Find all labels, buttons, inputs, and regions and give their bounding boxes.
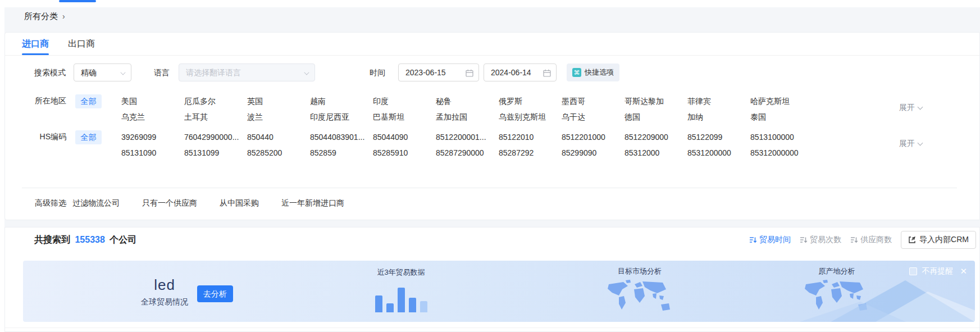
region-option[interactable]: 墨西哥 (562, 93, 625, 109)
origin-analysis-card: 原产地分析 (795, 266, 879, 318)
search-mode-select[interactable]: 精确 (74, 63, 131, 81)
region-expand-link[interactable]: 展开 (899, 103, 922, 113)
hs-code-option[interactable]: 8531200000 (687, 145, 750, 161)
hs-code-option[interactable]: 85299090 (562, 145, 625, 161)
region-option[interactable]: 哥斯达黎加 (625, 93, 687, 109)
keyword-subtitle: 全球贸易情况 (122, 297, 207, 307)
region-option[interactable]: 乌干达 (562, 109, 625, 125)
tab-importer[interactable]: 进口商 (22, 33, 49, 55)
region-option[interactable]: 俄罗斯 (499, 93, 562, 109)
hs-code-option[interactable]: 850440 (247, 129, 310, 145)
advanced-options: 过滤物流公司只有一个供应商从中国采购近一年新增进口商 (72, 198, 344, 208)
end-date-input[interactable]: 2024-06-14 (484, 63, 557, 81)
tab-exporter[interactable]: 出口商 (68, 33, 95, 55)
results-count[interactable]: 155338 (75, 235, 104, 244)
breadcrumb-arrow-icon: › (62, 12, 65, 21)
trade-bar (420, 301, 427, 312)
search-mode-value: 精确 (81, 68, 97, 77)
advanced-filter-option[interactable]: 过滤物流公司 (72, 198, 120, 208)
trade-bar (398, 288, 405, 312)
hs-code-option[interactable]: 85122099 (687, 129, 750, 145)
results-suffix: 个公司 (110, 235, 136, 244)
region-option[interactable]: 孟加拉国 (436, 109, 499, 125)
origin-analysis-title: 原产地分析 (795, 266, 879, 276)
calendar-icon (543, 69, 551, 77)
hs-code-option[interactable]: 76042990000... (184, 129, 247, 145)
region-option[interactable]: 乌兹别克斯坦 (499, 109, 562, 125)
advanced-filter-option[interactable]: 近一年新增进口商 (281, 198, 344, 208)
hs-code-option[interactable]: 85287290000 (436, 145, 499, 161)
hs-code-option[interactable]: 39269099 (121, 129, 184, 145)
region-option[interactable]: 泰国 (750, 109, 813, 125)
results-toolbar: 贸易时间 贸易次数 供应商数 导入内部CRM (749, 231, 976, 249)
hs-expand-link[interactable]: 展开 (899, 139, 922, 149)
hs-code-option[interactable]: 8513100000 (750, 129, 813, 145)
breadcrumb[interactable]: 所有分类› (24, 11, 65, 22)
world-map-icon (603, 279, 676, 316)
hs-code-option[interactable]: 8512201000 (562, 129, 625, 145)
region-row-1: 美国厄瓜多尔英国越南印度秘鲁俄罗斯墨西哥哥斯达黎加菲律宾哈萨克斯坦 (121, 93, 813, 109)
region-option[interactable]: 波兰 (247, 109, 310, 125)
region-option[interactable]: 哈萨克斯坦 (750, 93, 813, 109)
region-option[interactable]: 美国 (121, 93, 184, 109)
advanced-filter-option[interactable]: 从中国采购 (220, 198, 259, 208)
hs-code-option[interactable]: 85285910 (373, 145, 436, 161)
region-option[interactable]: 厄瓜多尔 (184, 93, 247, 109)
trade-bar (386, 303, 394, 312)
dismiss-checkbox[interactable] (909, 267, 917, 275)
region-option[interactable]: 印度 (373, 93, 436, 109)
importer-exporter-tabs: 进口商 出口商 (5, 33, 979, 56)
region-all-chip[interactable]: 全部 (75, 94, 102, 108)
target-market-card: 目标市场分析 (598, 266, 682, 318)
hs-code-option[interactable]: 85122010 (499, 129, 562, 145)
results-summary: 共搜索到 155338 个公司 (34, 234, 136, 246)
sort-icon (850, 236, 858, 244)
language-placeholder: 请选择翻译语言 (186, 68, 241, 77)
region-option[interactable]: 德国 (625, 109, 687, 125)
hs-code-option[interactable]: 85312000000 (750, 145, 813, 161)
region-option[interactable]: 加纳 (687, 109, 750, 125)
chevron-down-icon (918, 140, 923, 146)
hs-code-option[interactable]: 85287292 (499, 145, 562, 161)
dismiss-control: 不再提醒 ✕ (909, 266, 967, 276)
hs-code-option[interactable]: 85285200 (247, 145, 310, 161)
hs-code-option[interactable]: 85131099 (184, 145, 247, 161)
close-icon[interactable]: ✕ (960, 266, 967, 276)
region-option[interactable]: 英国 (247, 93, 310, 109)
region-option[interactable]: 土耳其 (184, 109, 247, 125)
region-option[interactable]: 乌克兰 (121, 109, 184, 125)
advanced-filter-label: 高级筛选 (22, 198, 66, 208)
region-option[interactable]: 越南 (310, 93, 373, 109)
region-option[interactable]: 印度尼西亚 (310, 109, 373, 125)
top-tab-indicator (59, 0, 96, 2)
hs-code-option[interactable]: 8512209000 (625, 129, 687, 145)
hs-code-option[interactable]: 85044083901... (310, 129, 373, 145)
import-crm-button[interactable]: 导入内部CRM (901, 231, 976, 249)
hs-row-1: 3926909976042990000...85044085044083901.… (121, 129, 813, 145)
hs-code-option[interactable]: 85131090 (121, 145, 184, 161)
hs-code-option[interactable]: 85312000 (625, 145, 687, 161)
sort-supplier-count[interactable]: 供应商数 (850, 235, 892, 245)
sort-trade-count[interactable]: 贸易次数 (800, 235, 841, 245)
hs-code-option[interactable]: 852859 (310, 145, 373, 161)
mini-bar-chart (359, 281, 443, 312)
chevron-down-icon (918, 104, 923, 110)
region-option[interactable]: 巴基斯坦 (373, 109, 436, 125)
region-option[interactable]: 秘鲁 (436, 93, 499, 109)
keyword-block: led 全球贸易情况 (122, 276, 207, 307)
advanced-filter-option[interactable]: 只有一个供应商 (142, 198, 197, 208)
sort-trade-count-label: 贸易次数 (810, 235, 841, 245)
trade-search-page: 所有分类› 进口商 出口商 搜索模式 精确 语言 请选择翻译语言 时间 2023… (0, 0, 980, 332)
hs-all-chip[interactable]: 全部 (75, 130, 102, 144)
region-option[interactable]: 菲律宾 (687, 93, 750, 109)
filter-card: 进口商 出口商 搜索模式 精确 语言 请选择翻译语言 时间 2023-06-15… (4, 32, 980, 220)
chevron-down-icon (120, 70, 125, 75)
start-date-input[interactable]: 2023-06-15 (398, 63, 479, 81)
hs-code-option[interactable]: 85044090 (373, 129, 436, 145)
hs-code-option[interactable]: 8512200001... (436, 129, 499, 145)
analysis-banner: led 全球贸易情况 去分析 近3年贸易数据 目标市场分析 (23, 261, 975, 322)
analyze-button[interactable]: 去分析 (197, 285, 233, 302)
quick-options-button[interactable]: ⌘ 快捷选项 (567, 63, 619, 81)
language-select[interactable]: 请选择翻译语言 (179, 63, 315, 81)
sort-trade-time[interactable]: 贸易时间 (749, 235, 791, 245)
